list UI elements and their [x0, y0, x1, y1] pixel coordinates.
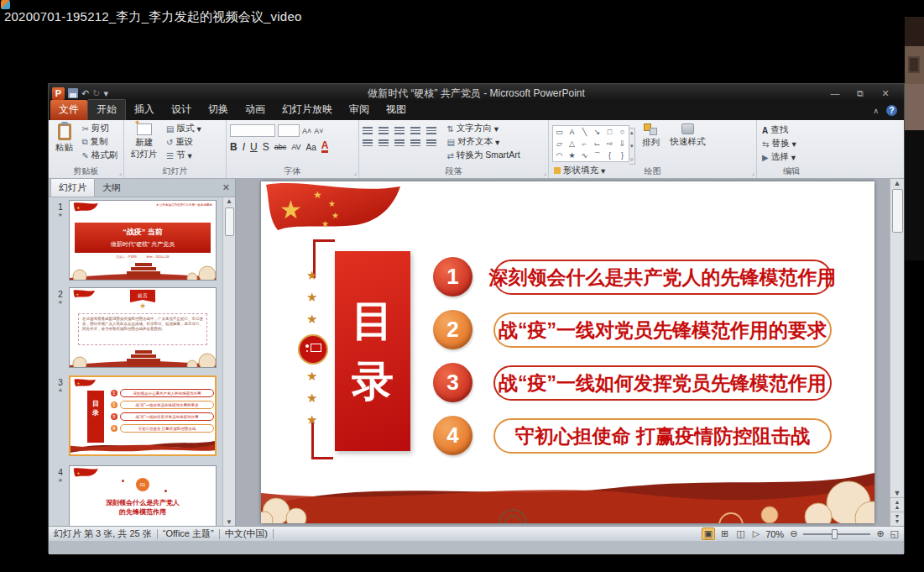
copy-button[interactable]: ⧉复制 [81, 136, 117, 148]
align-center-icon[interactable] [378, 139, 389, 147]
columns-icon[interactable] [426, 139, 436, 147]
layout-button[interactable]: ▤版式 ▾ [166, 123, 201, 134]
slide-sorter-view-button[interactable]: ⊞ [719, 528, 730, 539]
new-slide-button[interactable]: 新建 幻灯片 [128, 123, 161, 161]
reading-view-button[interactable]: ◫ [734, 528, 746, 539]
slideshow-view-button[interactable]: ▷ [751, 528, 761, 539]
slide-thumbnail-2[interactable]: ★ 前言 ★ 在这场统筹推进新冠肺炎疫情防控阻击战中，广大党员不忘初心、牢记使命… [69, 287, 217, 368]
section-button[interactable]: ☰节 ▾ [166, 150, 201, 161]
item-text-pill: 深刻领会什么是共产党人的先锋模范作用 [493, 260, 832, 295]
char-spacing-button[interactable]: AV [291, 143, 300, 151]
reset-button[interactable]: ↺重设 [166, 136, 201, 148]
underline-button[interactable]: U [250, 141, 258, 153]
tab-design[interactable]: 设计 [163, 100, 200, 120]
tab-file[interactable]: 文件 [50, 100, 87, 120]
slide-thumbnail-1[interactable]: ★ ★ 让初党旗在防控疫情斗争第一线高高飘扬 “战疫” 当前 做新时代“硬核” … [69, 200, 217, 281]
zoom-level[interactable]: 70% [765, 529, 784, 539]
shrink-font-icon[interactable]: A˅ [314, 127, 323, 135]
select-button[interactable]: ▶选择 ▾ [762, 151, 796, 163]
close-button[interactable]: ✕ [879, 88, 892, 99]
grow-font-icon[interactable]: A˄ [302, 127, 311, 135]
redo-icon[interactable]: ↻ [92, 88, 100, 99]
font-size-input[interactable] [278, 124, 300, 137]
tab-review[interactable]: 审阅 [341, 100, 378, 120]
shapes-gallery-scroll[interactable]: ▴▾▿ [629, 128, 635, 165]
scroll-up-icon[interactable]: ▲ [894, 179, 901, 187]
panel-tab-slides[interactable]: 幻灯片 [50, 178, 95, 197]
zoom-slider[interactable] [803, 533, 870, 535]
scroll-down-icon[interactable]: ▼ [226, 518, 232, 526]
align-right-icon[interactable] [394, 139, 405, 147]
scroll-up-icon[interactable]: ▲ [226, 197, 232, 205]
bullets-icon[interactable] [363, 127, 373, 134]
font-name-input[interactable] [230, 124, 275, 137]
save-icon[interactable] [68, 88, 78, 98]
arrange-button[interactable]: 排列 [639, 123, 663, 150]
justify-icon[interactable] [410, 139, 420, 147]
tab-transitions[interactable]: 切换 [200, 100, 237, 120]
panel-close-icon[interactable]: ✕ [222, 182, 230, 193]
replace-button[interactable]: ⇆替换 ▾ [762, 138, 796, 150]
svg-text:★: ★ [321, 219, 329, 228]
change-case-button[interactable]: Aa [306, 143, 316, 152]
zoom-out-icon[interactable]: ⊖ [788, 528, 799, 539]
tab-slideshow[interactable]: 幻灯片放映 [274, 100, 341, 120]
help-button[interactable]: ? [886, 105, 897, 116]
align-text-button[interactable]: ▤对齐文本 ▾ [446, 136, 519, 148]
font-color-button[interactable]: A [321, 141, 329, 153]
panel-tab-outline[interactable]: 大纲 [95, 179, 128, 197]
zoom-in-icon[interactable]: ⊕ [874, 528, 885, 539]
format-painter-button[interactable]: ✎格式刷 [81, 150, 117, 161]
shadow-button[interactable]: S [263, 141, 269, 153]
collapse-ribbon-icon[interactable]: ∧ [873, 107, 879, 115]
previous-slide-button[interactable]: ▲▲ [890, 497, 904, 512]
italic-button[interactable]: I [243, 141, 245, 153]
tab-animations[interactable]: 动画 [237, 100, 274, 120]
bold-button[interactable]: B [230, 141, 238, 153]
decrease-indent-icon[interactable] [394, 127, 405, 134]
text-direction-button[interactable]: ⇅文字方向 ▾ [446, 123, 519, 134]
align-left-icon[interactable] [363, 139, 373, 147]
tab-insert[interactable]: 插入 [126, 100, 163, 120]
tab-home[interactable]: 开始 [87, 99, 126, 120]
status-bar: 幻灯片 第 3 张, 共 25 张 “Office 主题” 中文(中国) ▣ ⊞… [49, 526, 904, 541]
qat-dropdown-icon[interactable]: ▾ [103, 88, 108, 99]
cut-button[interactable]: ✂剪切 [81, 123, 117, 134]
minimize-button[interactable]: — [828, 88, 842, 99]
normal-view-button[interactable]: ▣ [702, 527, 715, 540]
quick-styles-button[interactable]: 快速样式 [666, 123, 708, 149]
dialog-launcher-icon[interactable]: ⌟ [752, 170, 754, 176]
tab-view[interactable]: 视图 [378, 100, 415, 120]
toc-title-box[interactable]: 目 录 [335, 251, 410, 451]
theme-name[interactable]: “Office 主题” [163, 527, 214, 540]
strikethrough-button[interactable]: abc [274, 143, 287, 151]
scroll-down-icon[interactable]: ▼ [894, 489, 901, 497]
powerpoint-logo-icon[interactable]: P [52, 87, 65, 100]
increase-indent-icon[interactable] [410, 127, 420, 134]
ribbon: 粘贴 ✂剪切 ⧉复制 ✎格式刷 剪贴板 ⌟ 新建 幻灯片 ▤版式 ▾ [49, 120, 904, 179]
language-indicator[interactable]: 中文(中国) [225, 527, 268, 540]
restore-button[interactable]: ⧉ [854, 88, 867, 99]
zoom-slider-thumb[interactable] [832, 529, 838, 539]
scrollbar-thumb[interactable] [225, 207, 234, 236]
line-spacing-icon[interactable] [426, 127, 436, 134]
next-slide-button[interactable]: ▼▼ [890, 512, 904, 526]
dialog-launcher-icon[interactable]: ⌟ [544, 170, 546, 176]
dialog-launcher-icon[interactable]: ⌟ [354, 170, 357, 176]
smartart-button[interactable]: ⇄转换为 SmartArt [446, 150, 519, 161]
undo-icon[interactable]: ↶ [81, 88, 89, 99]
fit-to-window-icon[interactable]: ◱ [890, 528, 899, 539]
dialog-launcher-icon[interactable]: ⌟ [119, 170, 122, 176]
paste-button[interactable]: 粘贴 [52, 123, 76, 155]
numbering-icon[interactable] [378, 127, 389, 134]
text-direction-icon: ⇅ [446, 124, 453, 134]
slide-canvas[interactable]: ★ ★ ★ ★ ★ ★★★ ★★★ [261, 181, 874, 523]
scrollbar-thumb[interactable] [892, 189, 903, 233]
shapes-gallery[interactable]: ▭A╲↘□○ ▱△⌐⌙⇨⇩ ◠★∿⌒{} [552, 125, 629, 162]
lecturer-badge-icon [298, 334, 328, 365]
panel-scrollbar[interactable]: ▲ ▼ [222, 197, 235, 526]
slide-thumbnail-4[interactable]: ★ 01 深刻领会什么是共产党人 的先锋模范作用 [69, 465, 217, 526]
slide-thumbnail-3-selected[interactable]: ★ 目录 1深刻领会什么是共产党人的先锋模范作用 2战“疫”一线对党员先锋模范作… [69, 375, 217, 456]
find-button[interactable]: A查找 [762, 124, 796, 136]
editor-scrollbar[interactable]: ▲ ▼ ▲▲ ▼▼ [890, 179, 904, 526]
